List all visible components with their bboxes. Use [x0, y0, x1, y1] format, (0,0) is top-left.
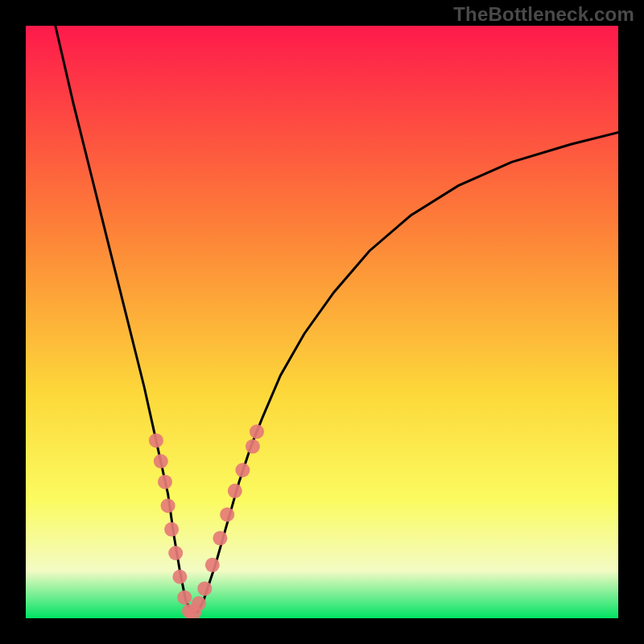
curve-marker	[161, 498, 175, 513]
curve-marker	[246, 440, 260, 454]
chart-canvas	[26, 26, 618, 618]
curve-marker	[250, 424, 264, 439]
gradient-background	[26, 26, 618, 618]
curve-marker	[168, 546, 183, 560]
curve-marker	[158, 475, 172, 489]
curve-marker	[220, 507, 234, 522]
curve-marker	[192, 597, 206, 611]
plot-area	[26, 26, 618, 618]
curve-marker	[235, 463, 250, 477]
curve-marker	[164, 522, 179, 537]
watermark-text: TheBottleneck.com	[453, 3, 634, 26]
curve-marker	[228, 484, 242, 498]
curve-marker	[213, 531, 227, 546]
curve-marker	[177, 590, 192, 605]
curve-marker	[149, 433, 163, 448]
curve-marker	[172, 570, 187, 584]
curve-marker	[205, 558, 220, 572]
curve-marker	[154, 454, 168, 469]
chart-frame: TheBottleneck.com	[0, 0, 644, 644]
curve-marker	[197, 581, 212, 596]
